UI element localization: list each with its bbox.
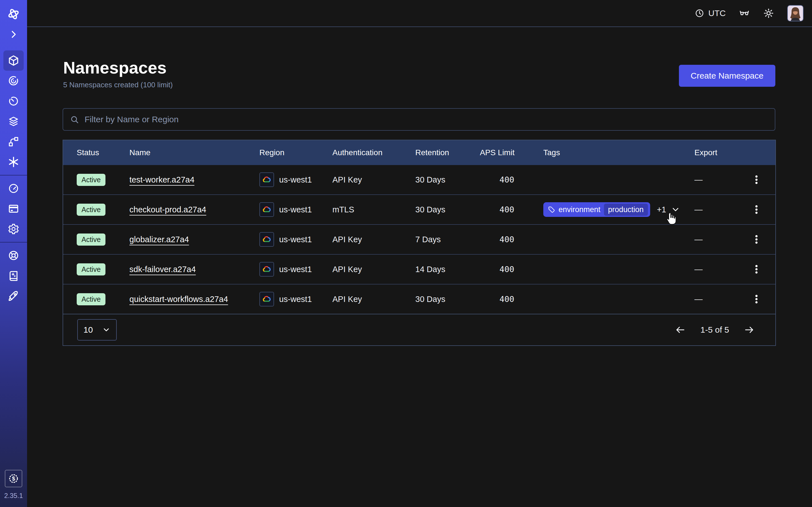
retention-cell: 7 Days [402,225,466,254]
row-menu-button[interactable] [749,261,764,278]
region-label: us-west1 [279,265,312,274]
region-cell: us-west1 [246,284,319,314]
tags-cell [530,165,681,194]
layers-icon [8,115,19,127]
gcp-icon [262,205,271,214]
namespace-link[interactable]: globalizer.a27a4 [130,235,189,244]
region-label: us-west1 [279,235,312,244]
chevron-down-icon[interactable] [671,205,680,214]
kebab-menu-icon [752,293,761,305]
sidebar-item-workflows[interactable] [3,71,24,91]
clock-icon [695,8,704,18]
status-badge: Active [77,293,105,305]
status-badge: Active [77,174,105,186]
glasses-icon [739,8,750,19]
status-cell: Active [63,195,116,224]
tags-cell [530,255,681,284]
next-page-button[interactable] [743,323,756,336]
sidebar-expand-button[interactable] [3,24,24,45]
sun-icon [763,8,774,19]
rocket-icon [7,290,20,302]
sidebar-item-billing[interactable] [3,199,24,219]
timezone-selector[interactable]: UTC [695,8,726,18]
row-menu-button[interactable] [749,231,764,248]
export-value: — [695,295,703,304]
row-menu-button[interactable] [749,291,764,307]
cube-icon [7,54,20,67]
pagination-range: 1-5 of 5 [700,325,729,335]
retention-cell: 30 Days [402,195,466,224]
page-header: Namespaces 5 Namespaces created (100 lim… [63,59,775,89]
main-content: Namespaces 5 Namespaces created (100 lim… [27,27,812,507]
region-provider-box [259,202,274,217]
authentication-cell: API Key [319,165,402,194]
sidebar-item-batch-operations[interactable] [3,131,24,152]
region-cell: us-west1 [246,165,319,194]
tag-value: production [604,204,648,216]
export-cell: — [681,165,737,194]
column-header-retention: Retention [402,140,466,165]
swirl-icon [8,75,19,87]
region-provider-box [259,232,274,247]
column-header-name: Name [116,140,246,165]
lifebuoy-icon [8,249,19,262]
tag-group: environment production +1 [543,202,680,217]
row-menu-button[interactable] [749,201,764,218]
sidebar-item-schedules[interactable] [3,91,24,111]
search-icon [70,115,79,124]
export-value: — [695,265,703,274]
aps-limit-cell: 400 [466,225,530,254]
credits-button[interactable]: $ [5,470,22,487]
tags-cell [530,284,681,314]
aps-limit-cell: 400 [466,284,530,314]
authentication-cell: API Key [319,284,402,314]
theme-toggle-button[interactable] [763,8,774,19]
branch-icon [8,136,19,148]
table-body: Active test-worker.a27a4 us-west1 API Ke… [63,165,775,314]
row-menu-button[interactable] [749,171,764,188]
export-value: — [695,205,703,214]
export-value: — [695,235,703,244]
kebab-menu-icon [752,174,761,185]
sidebar-item-support[interactable] [3,245,24,266]
region-label: us-west1 [279,205,312,214]
column-header-actions [737,140,775,165]
user-avatar[interactable] [787,5,804,21]
sidebar-item-docs[interactable] [3,266,24,286]
sidebar-item-nexus[interactable] [3,152,24,172]
create-namespace-button[interactable]: Create Namespace [679,65,775,87]
namespace-link[interactable]: test-worker.a27a4 [130,175,195,184]
sidebar-item-getting-started[interactable] [3,286,24,306]
column-header-authentication: Authentication [319,140,402,165]
table-row: Active checkout-prod.a27a4 us-west1 mTLS… [63,194,775,224]
gear-icon [8,223,19,235]
column-header-aps-limit: APS Limit [466,140,530,165]
billing-card-icon [8,203,19,215]
region-cell: us-west1 [246,195,319,224]
namespace-link[interactable]: sdk-failover.a27a4 [130,265,196,274]
column-header-status: Status [63,140,116,165]
tag-icon [548,206,555,213]
sidebar-item-usage[interactable] [3,178,24,199]
feedback-button[interactable] [739,8,750,19]
status-cell: Active [63,165,116,194]
sidebar-item-deployments[interactable] [3,111,24,131]
namespace-tag[interactable]: environment production [543,202,650,217]
timezone-label: UTC [708,8,726,18]
aps-limit-cell: 400 [466,255,530,284]
region-provider-box [259,262,274,277]
page-size-select[interactable]: 10 [77,319,117,341]
avatar-image [788,6,803,21]
temporal-logo-icon[interactable] [3,4,24,24]
namespace-link[interactable]: quickstart-workflows.a27a4 [130,295,228,304]
sidebar-item-namespaces[interactable] [3,50,24,71]
region-provider-box [259,172,274,187]
sidebar-item-settings[interactable] [3,219,24,239]
filter-input[interactable] [84,114,768,124]
actions-cell [737,284,775,314]
actions-cell [737,195,775,224]
previous-page-button[interactable] [674,323,687,336]
namespaces-table: Status Name Region Authentication Retent… [63,140,776,346]
export-cell: — [681,284,737,314]
namespace-link[interactable]: checkout-prod.a27a4 [130,205,206,214]
